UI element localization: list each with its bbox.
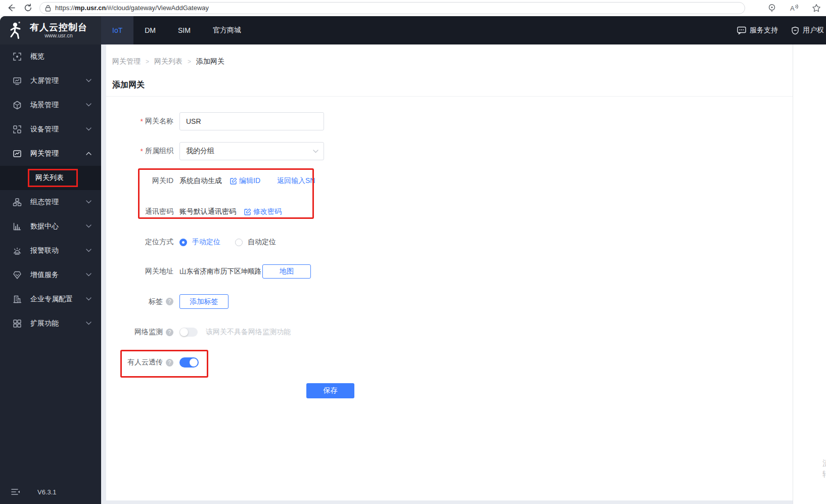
sidebar-item-label: 设备管理: [30, 125, 86, 134]
tab-sim[interactable]: SIM: [167, 16, 202, 44]
building-icon: [12, 294, 22, 304]
sidebar-item-label: 报警联动: [30, 246, 86, 255]
gateway-name-label: *网关名称: [106, 117, 173, 126]
organization-select[interactable]: 我的分组: [179, 142, 324, 160]
form-row-tags: 标签 ? 添加标签: [106, 294, 783, 309]
sidebar-item-extensions[interactable]: 扩展功能: [0, 311, 101, 336]
browser-refresh-icon[interactable]: [21, 2, 34, 15]
scada-icon: [12, 197, 22, 207]
service-support-label: 服务支持: [750, 26, 778, 35]
form-row-gateway-address: 网关地址 山东省济南市历下区坤顺路 地图: [106, 264, 783, 279]
chevron-down-icon: [86, 297, 92, 301]
manual-location-radio[interactable]: [179, 239, 187, 246]
user-permission-label: 用户权: [803, 26, 824, 35]
sidebar-item-label: 企业专属配置: [30, 295, 86, 304]
url-text: https://mp.usr.cn/#/cloud/gateway/ViewAd…: [55, 4, 209, 12]
sidebar-item-device-management[interactable]: 设备管理: [0, 117, 101, 142]
topbar-right: 服务支持 用户权: [737, 16, 826, 44]
help-icon[interactable]: ?: [166, 359, 173, 366]
form-row-comm-password: 通讯密码 账号默认通讯密码 修改密码: [106, 207, 783, 217]
tab-dm[interactable]: DM: [133, 16, 167, 44]
gateway-address-label: 网关地址: [106, 267, 173, 276]
floating-widget-clipped[interactable]: 流转: [822, 457, 826, 484]
sidebar-item-data-center[interactable]: 数据中心: [0, 214, 101, 239]
favorite-star-icon[interactable]: [810, 2, 823, 15]
chevron-down-icon: [86, 322, 92, 326]
form-row-passthrough: 有人云透传 ?: [106, 357, 783, 368]
top-nav-tabs: IoT DM SIM 官方商城: [101, 16, 252, 44]
form-row-gateway-name: *网关名称: [106, 112, 783, 130]
required-asterisk: *: [141, 117, 143, 125]
breadcrumb-gateway-list[interactable]: 网关列表: [154, 57, 182, 66]
logo[interactable]: R 有人云控制台 www.usr.cn: [0, 16, 101, 44]
sidebar-item-label: 扩展功能: [30, 319, 86, 328]
chat-icon: [737, 26, 746, 34]
sidebar-item-overview[interactable]: 概览: [0, 44, 101, 69]
breadcrumb-separator: >: [146, 58, 149, 65]
chevron-down-icon: [86, 224, 92, 228]
geolocation-icon[interactable]: [765, 2, 778, 15]
chevron-down-icon: [86, 200, 92, 204]
chevron-up-icon: [86, 152, 92, 156]
sidebar-item-gateway-management[interactable]: 网关管理: [0, 142, 101, 166]
manual-location-label[interactable]: 手动定位: [192, 238, 220, 247]
read-aloud-icon[interactable]: A: [788, 2, 801, 15]
browser-back-icon[interactable]: [4, 2, 17, 15]
browser-toolbar-right: A: [765, 0, 823, 16]
sidebar-item-scene-management[interactable]: 场景管理: [0, 93, 101, 117]
edit-id-link[interactable]: 编辑ID: [230, 176, 260, 186]
edit-icon: [230, 177, 237, 185]
edit-icon: [244, 208, 251, 215]
change-password-link[interactable]: 修改密码: [244, 207, 282, 216]
sidebar-item-gateway-list[interactable]: 网关列表: [0, 166, 101, 190]
sidebar-item-scada[interactable]: 组态管理: [0, 190, 101, 214]
url-bar[interactable]: https://mp.usr.cn/#/cloud/gateway/ViewAd…: [39, 2, 745, 14]
sidebar: 概览 大屏管理 场景管理 设备管理 网关管理 网关列表 组态管理 数据中心 报警…: [0, 44, 101, 504]
chevron-down-icon: [86, 103, 92, 107]
passthrough-toggle[interactable]: [179, 357, 199, 368]
sidebar-footer: V6.3.1: [0, 483, 101, 501]
overview-icon: [12, 52, 22, 62]
user-permission[interactable]: 用户权: [791, 26, 824, 35]
map-button[interactable]: 地图: [262, 264, 311, 279]
sidebar-item-alarm-linkage[interactable]: 报警联动: [0, 239, 101, 263]
help-icon[interactable]: ?: [166, 298, 173, 305]
device-icon: [12, 124, 22, 134]
browser-side-rail: [793, 44, 826, 504]
tab-official-store[interactable]: 官方商城: [202, 16, 252, 44]
chevron-down-icon: [86, 127, 92, 131]
grid-icon: [12, 318, 22, 329]
screen-icon: [12, 76, 22, 86]
sidebar-item-value-added-services[interactable]: 增值服务: [0, 263, 101, 287]
sidebar-item-label: 网关管理: [30, 149, 86, 158]
network-monitor-toggle[interactable]: [179, 328, 198, 337]
logo-subtitle: www.usr.cn: [30, 32, 87, 39]
sidebar-item-screen-management[interactable]: 大屏管理: [0, 69, 101, 93]
gateway-address-value: 山东省济南市历下区坤顺路: [179, 267, 261, 276]
collapse-sidebar-icon[interactable]: [11, 488, 20, 495]
passthrough-label: 有人云透传 ?: [106, 358, 173, 367]
gateway-name-input[interactable]: [179, 112, 324, 130]
sidebar-item-label: 数据中心: [30, 222, 86, 231]
content-card: 网关管理 > 网关列表 > 添加网关 添加网关 *网关名称 *所属组织 我的分组: [106, 44, 793, 500]
svg-text:R: R: [19, 22, 20, 24]
lock-icon: [45, 5, 51, 12]
service-support[interactable]: 服务支持: [737, 26, 778, 35]
chevron-down-icon: [86, 273, 92, 277]
location-mode-label: 定位方式: [106, 238, 173, 247]
back-to-sn-link[interactable]: 返回输入SN: [277, 176, 315, 186]
app-topbar: R 有人云控制台 www.usr.cn IoT DM SIM 官方商城: [0, 16, 826, 44]
breadcrumb-gateway-management[interactable]: 网关管理: [112, 57, 141, 66]
auto-location-radio[interactable]: [235, 239, 243, 246]
gem-badge-icon: [12, 270, 22, 280]
tab-iot[interactable]: IoT: [101, 16, 133, 44]
chevron-down-icon: [86, 79, 92, 83]
add-tag-button[interactable]: 添加标签: [179, 294, 228, 309]
auto-location-label[interactable]: 自动定位: [248, 238, 276, 247]
sidebar-item-enterprise-config[interactable]: 企业专属配置: [0, 287, 101, 311]
shield-icon: [791, 26, 799, 35]
save-button[interactable]: 保存: [306, 383, 354, 398]
help-icon[interactable]: ?: [166, 329, 173, 336]
sidebar-item-label: 场景管理: [30, 101, 86, 110]
form-row-organization: *所属组织 我的分组: [106, 142, 783, 160]
